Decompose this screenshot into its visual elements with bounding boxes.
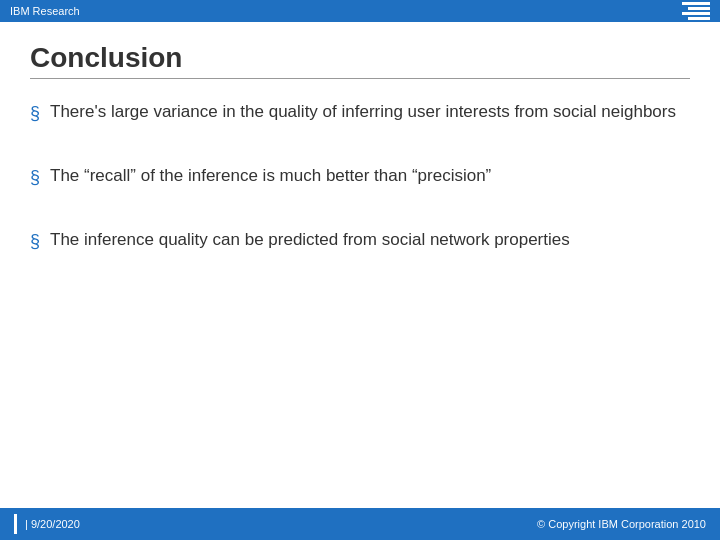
bullet-list: § There's large variance in the quality …	[30, 99, 690, 255]
bullet-marker-1: §	[30, 100, 40, 127]
logo-stripe-8	[688, 27, 710, 30]
footer-bar: | 9/20/2020 © Copyright IBM Corporation …	[0, 508, 720, 540]
bullet-marker-3: §	[30, 228, 40, 255]
logo-stripe-4	[688, 7, 710, 10]
bullet-item-1: § There's large variance in the quality …	[30, 99, 690, 127]
bullet-marker-2: §	[30, 164, 40, 191]
logo-stripe-3	[682, 2, 710, 5]
ibm-logo	[682, 0, 710, 30]
bullet-text-3: The inference quality can be predicted f…	[50, 227, 690, 253]
footer-divider	[14, 514, 17, 534]
bullet-item-3: § The inference quality can be predicted…	[30, 227, 690, 255]
bullet-text-2: The “recall” of the inference is much be…	[50, 163, 690, 189]
brand-label: IBM Research	[10, 5, 80, 17]
slide-title: Conclusion	[30, 42, 690, 79]
logo-stripe-5	[682, 12, 710, 15]
footer-date-text: | 9/20/2020	[25, 518, 80, 530]
header-bar: IBM Research	[0, 0, 720, 22]
footer-copyright: © Copyright IBM Corporation 2010	[537, 518, 706, 530]
logo-stripe-7	[682, 22, 710, 25]
bullet-item-2: § The “recall” of the inference is much …	[30, 163, 690, 191]
footer-date: | 9/20/2020	[14, 514, 80, 534]
logo-stripe-6	[688, 17, 710, 20]
slide-content: Conclusion § There's large variance in t…	[0, 22, 720, 301]
bullet-text-1: There's large variance in the quality of…	[50, 99, 690, 125]
